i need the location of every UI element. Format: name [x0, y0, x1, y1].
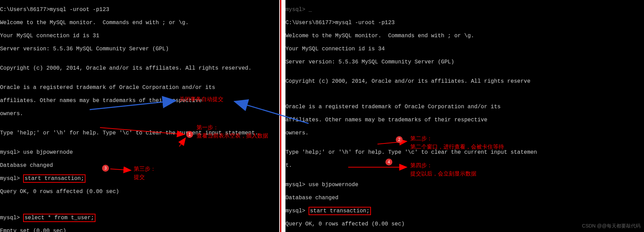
- mysql-cmd: mysql> start transaction;: [285, 208, 644, 214]
- output-line: Oracle is a registered trademark of Orac…: [285, 103, 644, 110]
- output-line: Query OK, 0 rows affected (0.00 sec): [0, 188, 279, 195]
- annot-close-tx: 关闭事务自动提交: [179, 96, 223, 103]
- annot-step1-title: 第一步：: [197, 124, 219, 131]
- cmd-line: C:\Users\86177>mysql -uroot -p123: [285, 19, 644, 26]
- output-line: Welcome to the MySQL monitor. Commands e…: [285, 32, 644, 39]
- output-line: Server version: 5.5.36 MySQL Community S…: [0, 46, 279, 52]
- output-line: owners.: [0, 110, 279, 117]
- annot-step1-body: 查看当前表示空表，插入数据: [197, 132, 268, 140]
- output-line: affiliates. Other names may be trademark…: [0, 97, 279, 104]
- mysql-cmd: mysql> use bjpowernode: [0, 149, 279, 156]
- output-line: owners.: [285, 130, 644, 137]
- output-line: Server version: 5.5.36 MySQL Community S…: [285, 59, 644, 65]
- badge-3: 3: [102, 165, 109, 172]
- output-line: Empty set (0.00 sec): [0, 228, 279, 232]
- annot-step4-body: 提交以后，会立刻显示数据: [410, 170, 476, 178]
- output-line: Copyright (c) 2000, 2014, Oracle and/or …: [285, 78, 644, 85]
- annot-step3-body: 提交: [134, 174, 145, 181]
- cmd-line: C:\Users\86177>mysql -uroot -p123: [0, 6, 279, 13]
- output-line: Your MySQL connection id is 31: [0, 32, 279, 39]
- prev-prompt: mysql> _: [285, 6, 644, 13]
- output-line: t.: [285, 162, 644, 169]
- output-line: Copyright (c) 2000, 2014, Oracle and/or …: [0, 65, 279, 72]
- annot-step3-title: 第三步：: [134, 165, 156, 173]
- output-line: Oracle is a registered trademark of Orac…: [0, 84, 279, 91]
- badge-4: 4: [385, 159, 392, 165]
- annot-step2-title: 第二步：: [410, 135, 432, 142]
- mysql-cmd: mysql> select * from t_user;: [0, 214, 279, 221]
- output-line: affiliates. Other names may be trademark…: [285, 117, 644, 123]
- watermark: CSDN @@每天都要敲代码: [582, 223, 641, 229]
- mysql-cmd: mysql> use bjpowernode: [285, 181, 644, 188]
- highlight-start-transaction: start transaction;: [23, 174, 85, 183]
- badge-2: 2: [396, 136, 403, 143]
- output-line: Database changed: [285, 194, 644, 201]
- terminal-left[interactable]: C:\Users\86177>mysql -uroot -p123 Welcom…: [0, 0, 279, 232]
- blank-line: [0, 201, 279, 208]
- annot-step4-title: 第四步：: [410, 162, 432, 169]
- output-line: Welcome to the MySQL monitor. Commands e…: [0, 19, 279, 26]
- highlight-select: select * from t_user;: [23, 214, 95, 222]
- badge-1: 1: [186, 131, 193, 138]
- output-line: Your MySQL connection id is 34: [285, 46, 644, 52]
- annot-step2-body: 第二个窗口，进行查看，会被卡住等待: [410, 143, 504, 151]
- highlight-start-transaction-right: start transaction;: [309, 207, 371, 215]
- terminal-right[interactable]: mysql> _ C:\Users\86177>mysql -uroot -p1…: [285, 0, 644, 232]
- pane-divider: [279, 0, 285, 232]
